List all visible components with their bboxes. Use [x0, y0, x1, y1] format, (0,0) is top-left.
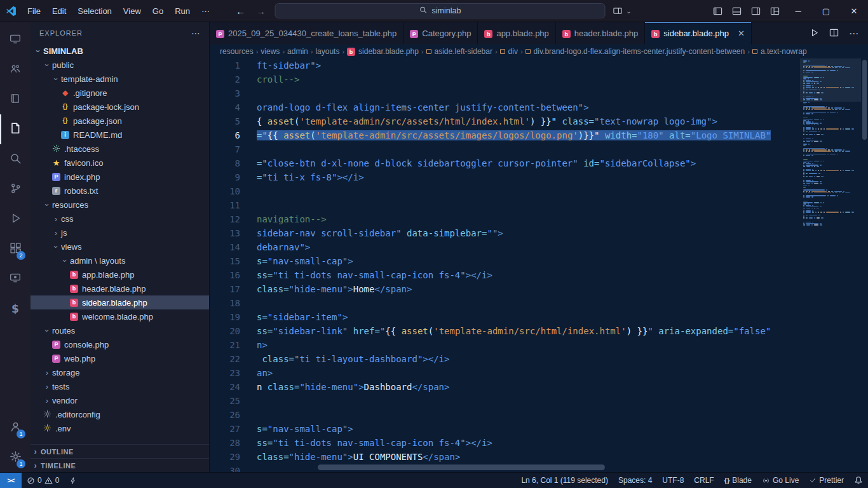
tree-folder-SIMINLAB[interactable]: ›SIMINLAB	[31, 44, 209, 58]
tree-folder-js[interactable]: ›js	[31, 226, 209, 240]
tree-file-README.md[interactable]: iREADME.md	[31, 128, 209, 142]
vertical-scrollbar-thumb[interactable]	[862, 60, 867, 140]
tab-close-icon[interactable]: ✕	[738, 29, 745, 38]
menu-go[interactable]: Go	[147, 0, 169, 22]
breadcrumb-item[interactable]: div.brand-logo.d-flex.align-items-center…	[526, 47, 745, 56]
activity-live-share[interactable]	[0, 55, 31, 85]
status-eol[interactable]: CRLF	[689, 473, 719, 488]
problems-status[interactable]: 0 0	[22, 473, 64, 488]
breadcrumb-item[interactable]: views	[261, 47, 280, 56]
tree-file-.env[interactable]: .env	[31, 421, 209, 435]
activity-run-debug[interactable]	[0, 204, 31, 234]
remote-indicator[interactable]: ><	[0, 473, 22, 488]
tree-file-.gitignore[interactable]: ◆.gitignore	[31, 86, 209, 100]
status-go-live[interactable]: Go Live	[757, 473, 804, 488]
activity-docs[interactable]	[0, 85, 31, 114]
minimap[interactable]	[800, 58, 861, 472]
tree-file-robots.txt[interactable]: rrobots.txt	[31, 184, 209, 198]
tree-folder-storage[interactable]: ›storage	[31, 365, 209, 379]
tree-folder-resources[interactable]: ›resources	[31, 198, 209, 212]
toggle-panel-icon[interactable]	[727, 0, 746, 22]
tree-file-header.blade.php[interactable]: bheader.blade.php	[31, 281, 209, 295]
tree-file-sidebar.blade.php[interactable]: bsidebar.blade.php	[31, 295, 209, 309]
close-button[interactable]: ✕	[840, 0, 868, 22]
tree-folder-routes[interactable]: ›routes	[31, 323, 209, 337]
tree-file-app.blade.php[interactable]: bapp.blade.php	[31, 268, 209, 281]
activity-explorer[interactable]	[0, 114, 31, 144]
tree-file-favicon.ico[interactable]: ★favicon.ico	[31, 156, 209, 170]
tree-folder-css[interactable]: ›css	[31, 212, 209, 226]
breadcrumb-item[interactable]: aside.left-sidebar	[426, 47, 492, 56]
activity-money-extension[interactable]: $	[0, 294, 31, 323]
activity-browser-preview[interactable]	[0, 25, 31, 55]
timeline-section[interactable]: › TIMELINE	[31, 458, 209, 472]
code-area[interactable]: 1ft-sidebar">2croll-->34orand-logo d-fle…	[210, 58, 800, 472]
activity-remote-explorer[interactable]	[0, 264, 31, 294]
minimize-button[interactable]: ─	[784, 0, 812, 22]
status-lightning[interactable]	[64, 473, 82, 488]
status-encoding[interactable]: UTF-8	[657, 473, 689, 488]
line-content	[240, 86, 257, 100]
tree-folder-template-admin[interactable]: ›template-admin	[31, 72, 209, 86]
activity-settings[interactable]: 1	[0, 442, 31, 472]
tab-app.blade.php[interactable]: bapp.blade.php	[478, 22, 555, 44]
tab-2025_09_25_034430_create_loans_table.php[interactable]: P2025_09_25_034430_create_loans_table.ph…	[210, 22, 403, 44]
breadcrumb-label: views	[261, 47, 280, 56]
editor-layout-dropdown[interactable]: ⌄	[613, 6, 634, 16]
tree-folder-admin-layouts[interactable]: ›admin \ layouts	[31, 254, 209, 268]
outline-section[interactable]: › OUTLINE	[31, 444, 209, 458]
tree-file-package.json[interactable]: {}package.json	[31, 114, 209, 128]
toggle-sidebar-icon[interactable]	[708, 0, 727, 22]
tab-Category.php[interactable]: PCategory.php	[403, 22, 478, 44]
more-actions-button[interactable]: ⋯	[849, 28, 859, 39]
activity-extensions[interactable]: 2	[0, 234, 31, 264]
breadcrumb-item[interactable]: a.text-nowrap	[752, 47, 807, 56]
command-center-search[interactable]: siminlab	[275, 3, 606, 18]
tree-file-welcome.blade.php[interactable]: bwelcome.blade.php	[31, 309, 209, 323]
status-notifications[interactable]	[849, 473, 868, 488]
run-button[interactable]	[810, 28, 819, 39]
toggle-secondary-sidebar-icon[interactable]	[746, 0, 765, 22]
tree-file-package-lock.json[interactable]: {}package-lock.json	[31, 100, 209, 114]
vertical-scrollbar[interactable]	[861, 58, 868, 472]
menu-edit[interactable]: Edit	[46, 0, 72, 22]
split-editor-button[interactable]	[829, 28, 839, 39]
menu-run[interactable]: Run	[169, 0, 196, 22]
line-content: sidebar-nav scroll-sidebar" data-simpleb…	[240, 226, 503, 240]
explorer-more-actions-icon[interactable]: ⋯	[191, 28, 200, 38]
tree-folder-vendor[interactable]: ›vendor	[31, 393, 209, 407]
menu-file[interactable]: File	[22, 0, 46, 22]
status-indentation[interactable]: Spaces: 4	[613, 473, 657, 488]
tree-file-web.php[interactable]: Pweb.php	[31, 351, 209, 365]
code-line: 4orand-logo d-flex align-items-center ju…	[210, 100, 800, 114]
tree-file-console.php[interactable]: Pconsole.php	[31, 337, 209, 351]
tree-folder-views[interactable]: ›views	[31, 240, 209, 254]
tab-sidebar.blade.php[interactable]: bsidebar.blade.php✕	[645, 22, 752, 44]
back-button[interactable]: ←	[234, 6, 247, 17]
breadcrumb-item[interactable]: bsidebar.blade.php	[347, 47, 419, 57]
breadcrumb-item[interactable]: div	[500, 47, 518, 56]
menu-view[interactable]: View	[118, 0, 147, 22]
activity-search[interactable]	[0, 144, 31, 174]
gear-gray-icon	[42, 410, 53, 419]
tree-folder-public[interactable]: ›public	[31, 58, 209, 72]
customize-layout-icon[interactable]	[765, 0, 784, 22]
breadcrumb-item[interactable]: admin	[287, 47, 308, 56]
status-cursor-position[interactable]: Ln 6, Col 1 (119 selected)	[516, 473, 613, 488]
status-prettier[interactable]: Prettier	[804, 473, 849, 488]
status-language-mode[interactable]: {}Blade	[719, 473, 757, 488]
tree-file-.htaccess[interactable]: .htaccess	[31, 142, 209, 156]
tree-file-.editorconfig[interactable]: .editorconfig	[31, 407, 209, 421]
horizontal-scrollbar[interactable]	[318, 464, 605, 470]
activity-source-control[interactable]	[0, 174, 31, 204]
breadcrumb-item[interactable]: layouts	[315, 47, 339, 56]
menu-[interactable]: ⋯	[196, 0, 215, 22]
activity-accounts[interactable]: 1	[0, 412, 31, 442]
maximize-button[interactable]: ▢	[812, 0, 840, 22]
breadcrumb-item[interactable]: resources	[220, 47, 254, 56]
tree-folder-tests[interactable]: ›tests	[31, 379, 209, 393]
tree-file-index.php[interactable]: Pindex.php	[31, 170, 209, 184]
tab-header.blade.php[interactable]: bheader.blade.php	[556, 22, 645, 44]
forward-button[interactable]: →	[255, 6, 268, 17]
menu-selection[interactable]: Selection	[72, 0, 117, 22]
